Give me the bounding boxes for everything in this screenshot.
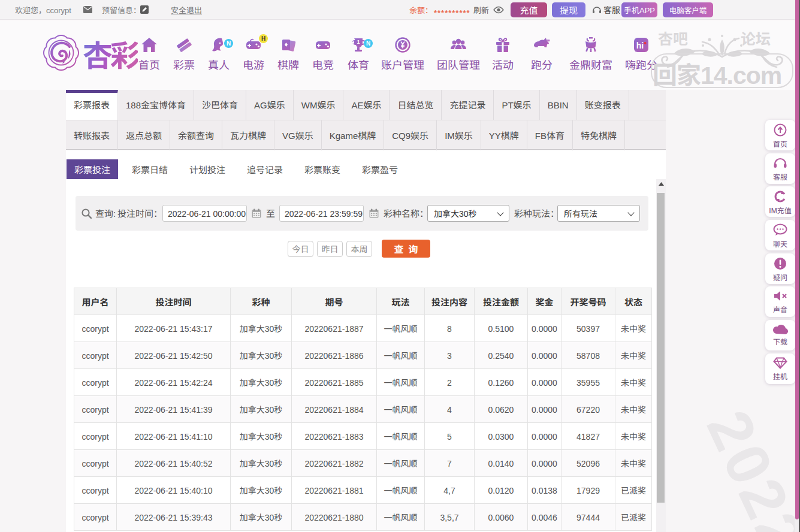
- svg-text:hi: hi: [636, 41, 644, 50]
- svg-text:1: 1: [357, 39, 360, 45]
